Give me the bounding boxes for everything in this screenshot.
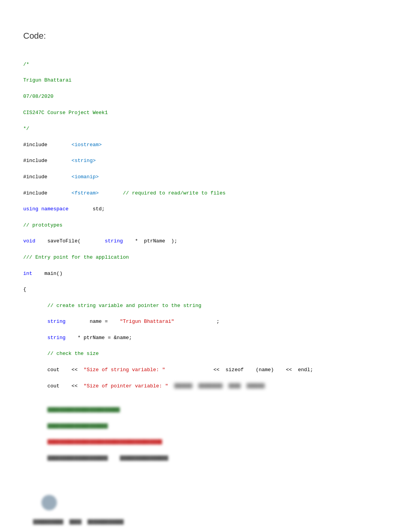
- author-line: Trigun Bhattarai: [23, 77, 388, 85]
- blurred-line1: ████████████████████████: [23, 406, 388, 414]
- comment-prototypes-line: // prototypes: [23, 222, 388, 230]
- ptr-name-line: string * ptrName = &name;: [23, 334, 388, 342]
- using-namespace-line: using namespace std;: [23, 205, 388, 213]
- string-name-line: string name = "Trigun Bhattarai" ;: [23, 318, 388, 326]
- page-title: Code:: [23, 31, 388, 41]
- comment-entry-line: /// Entry point for the application: [23, 254, 388, 262]
- comment-end: */: [23, 125, 388, 133]
- void-func-line: void saveToFile( string * ptrName );: [23, 237, 388, 246]
- blurred-line3: ██████████████████████████████████████: [23, 438, 388, 447]
- cout2-line: cout << "Size of pointer variable: " ███…: [23, 382, 388, 390]
- comment-create-line: // create string variable and pointer to…: [23, 302, 388, 310]
- comment-start: /*: [23, 61, 388, 69]
- include4-line: #include <fstream> // required to read/w…: [23, 189, 388, 198]
- blurred-line4: ████████████████████ ████████████████: [23, 455, 388, 463]
- cout1-line: cout << "Size of string variable: " << s…: [23, 366, 388, 374]
- date-line: 07/08/2020: [23, 93, 388, 101]
- include1-line: #include <iostream>: [23, 141, 388, 149]
- blurred-avatar-line: ██████████ ████ ████████████: [23, 479, 388, 526]
- include3-line: #include <iomanip>: [23, 173, 388, 181]
- code-block: /* Trigun Bhattarai 07/08/2020 CIS247C C…: [23, 53, 388, 532]
- comment-check-size-line: // check the size: [23, 350, 388, 358]
- blurred-line2: ████████████████████: [23, 423, 388, 431]
- course-line: CIS247C Course Project Week1: [23, 109, 388, 117]
- int-main-line: int main(): [23, 270, 388, 278]
- include2-line: #include <string>: [23, 157, 388, 165]
- brace-open-line: {: [23, 286, 388, 294]
